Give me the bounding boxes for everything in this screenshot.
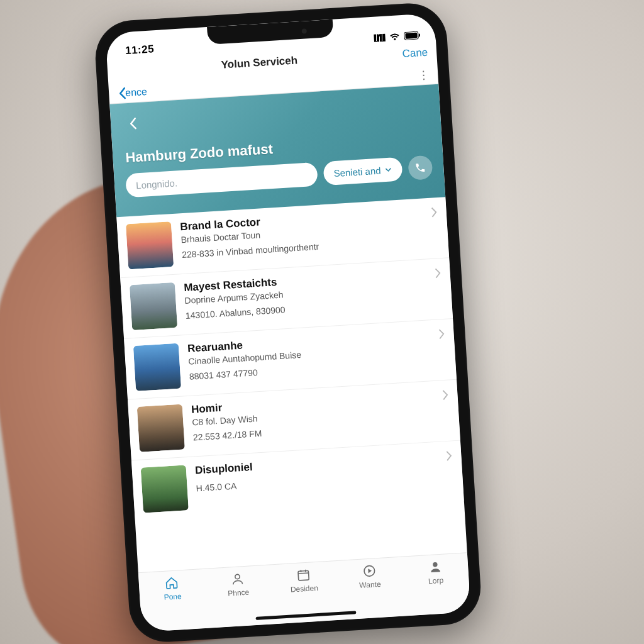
home-indicator[interactable]	[255, 611, 356, 620]
svg-point-3	[235, 574, 240, 579]
chevron-right-icon	[437, 328, 445, 343]
person-icon	[230, 572, 245, 586]
results-list: Brand la Coctor Brhauis Doctar Toun 228-…	[116, 197, 464, 521]
hero-filter-label: Senieti and	[333, 165, 381, 179]
hero-back-button[interactable]	[121, 112, 144, 135]
svg-rect-2	[419, 33, 420, 36]
tab-phnce[interactable]: Phnce	[216, 571, 260, 599]
svg-point-6	[433, 562, 438, 567]
calendar-icon	[296, 568, 311, 582]
chevron-right-icon	[445, 450, 453, 464]
chevron-right-icon	[433, 267, 441, 282]
tab-pone[interactable]: Pone	[150, 575, 194, 602]
search-input[interactable]: Longnido.	[125, 162, 318, 198]
tab-label: Pone	[164, 592, 182, 602]
wifi-icon	[389, 32, 401, 41]
status-time: 11:25	[125, 43, 155, 57]
tab-label: Lorp	[428, 576, 444, 586]
signal-icon	[374, 33, 386, 42]
svg-rect-4	[298, 570, 309, 580]
list-thumbnail	[130, 282, 177, 330]
tab-desiden[interactable]: Desiden	[282, 567, 326, 594]
overflow-menu-icon[interactable]: ⋮	[418, 68, 430, 82]
tab-label: Desiden	[290, 584, 318, 594]
tab-lorp[interactable]: Lorp	[413, 558, 457, 586]
back-label: ence	[125, 86, 148, 99]
phone-frame: 11:25 Yolun Serviceh Cane	[93, 1, 482, 644]
home-icon	[165, 575, 179, 590]
call-button[interactable]	[408, 155, 433, 180]
profile-icon	[428, 560, 442, 574]
play-circle-icon	[362, 564, 376, 578]
tab-bar: Pone Phnce Desiden Wante Lorp	[138, 552, 471, 632]
phone-icon	[414, 162, 426, 174]
hero: Hamburg Zodo mafust Longnido. Senieti an…	[109, 84, 445, 218]
chevron-down-icon	[384, 164, 392, 175]
tab-label: Wante	[359, 580, 381, 590]
hero-filter-button[interactable]: Senieti and	[323, 157, 402, 186]
list-thumbnail	[137, 404, 185, 452]
search-placeholder: Longnido.	[136, 177, 178, 191]
svg-rect-1	[405, 33, 418, 39]
list-thumbnail	[133, 343, 181, 391]
chevron-right-icon	[430, 206, 438, 221]
chevron-right-icon	[441, 389, 449, 404]
list-thumbnail	[126, 221, 174, 269]
back-button[interactable]: ence	[118, 86, 148, 100]
battery-icon	[404, 31, 421, 40]
screen: 11:25 Yolun Serviceh Cane	[105, 13, 470, 632]
list-thumbnail	[141, 465, 189, 513]
nav-action-cane[interactable]: Cane	[402, 47, 428, 60]
tab-wante[interactable]: Wante	[348, 563, 392, 591]
tab-label: Phnce	[228, 588, 250, 598]
